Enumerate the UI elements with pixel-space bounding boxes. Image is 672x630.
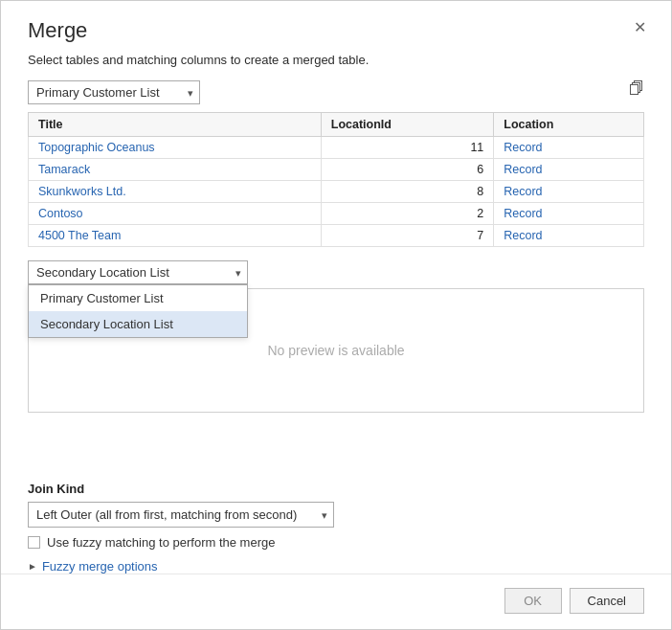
merge-dialog: Merge ✕ Select tables and matching colum… [0,0,672,630]
dialog-title: Merge [28,18,87,43]
secondary-dropdown-container: Primary Customer List Secondary Location… [28,260,248,284]
primary-table-body: Topographic Oceanus11RecordTamarack6Reco… [29,137,644,247]
cell-location: Record [494,181,644,203]
fuzzy-expand-icon: ► [28,561,37,572]
preview-text: No preview is available [267,343,404,358]
col-location: Location [494,113,644,137]
primary-table-dropdown-wrapper: Primary Customer List [28,80,200,104]
cell-location: Record [494,159,644,181]
cell-locationid: 11 [321,137,494,159]
table-icon: 🗍 [629,80,644,98]
fuzzy-options-row[interactable]: ► Fuzzy merge options [28,559,644,574]
table-row[interactable]: 4500 The Team7Record [29,225,644,247]
cell-locationid: 6 [321,159,494,181]
cell-title: Tamarack [29,159,322,181]
col-title: Title [29,113,322,137]
cell-location: Record [494,225,644,247]
join-kind-dropdown[interactable]: Left Outer (all from first, matching fro… [28,502,334,528]
secondary-dropdown-wrapper: Primary Customer List Secondary Location… [28,260,248,284]
primary-table-section: Primary Customer List 🗍 Title LocationId… [28,80,644,247]
cell-title: 4500 The Team [29,225,322,247]
fuzzy-options-label: Fuzzy merge options [42,559,158,574]
cell-location: Record [494,203,644,225]
secondary-table-section: Primary Customer List Secondary Location… [28,260,644,413]
dropdown-list-item-primary[interactable]: Primary Customer List [29,285,247,311]
fuzzy-checkbox-row: Use fuzzy matching to perform the merge [28,535,644,550]
cell-title: Skunkworks Ltd. [29,181,322,203]
primary-table-dropdown[interactable]: Primary Customer List [28,80,200,104]
join-kind-label: Join Kind [28,482,644,496]
cell-locationid: 7 [321,225,494,247]
cancel-button[interactable]: Cancel [570,588,644,614]
table-row[interactable]: Topographic Oceanus11Record [29,137,644,159]
ok-button[interactable]: OK [504,588,562,614]
dialog-subtitle: Select tables and matching columns to cr… [1,43,671,80]
secondary-table-dropdown[interactable]: Primary Customer List Secondary Location… [28,260,248,284]
join-section: Join Kind Left Outer (all from first, ma… [1,482,671,574]
dialog-header: Merge ✕ [1,1,671,43]
table-row[interactable]: Skunkworks Ltd.8Record [29,181,644,203]
dropdown-list-item-secondary[interactable]: Secondary Location List [29,311,247,337]
fuzzy-checkbox[interactable] [28,536,40,549]
table-row[interactable]: Contoso2Record [29,203,644,225]
col-locationid: LocationId [321,113,494,137]
join-dropdown-wrapper: Left Outer (all from first, matching fro… [28,502,334,528]
secondary-dropdown-list: Primary Customer List Secondary Location… [28,284,248,338]
cell-location: Record [494,137,644,159]
table-header-row: Title LocationId Location [29,113,644,137]
cell-locationid: 8 [321,181,494,203]
dialog-footer: OK Cancel [1,574,671,629]
fuzzy-checkbox-label: Use fuzzy matching to perform the merge [47,535,275,550]
table-row[interactable]: Tamarack6Record [29,159,644,181]
close-button[interactable]: ✕ [628,18,652,37]
cell-title: Topographic Oceanus [29,137,322,159]
cell-locationid: 2 [321,203,494,225]
dialog-body: Primary Customer List 🗍 Title LocationId… [1,80,671,464]
cell-title: Contoso [29,203,322,225]
primary-data-table: Title LocationId Location Topographic Oc… [28,112,644,247]
